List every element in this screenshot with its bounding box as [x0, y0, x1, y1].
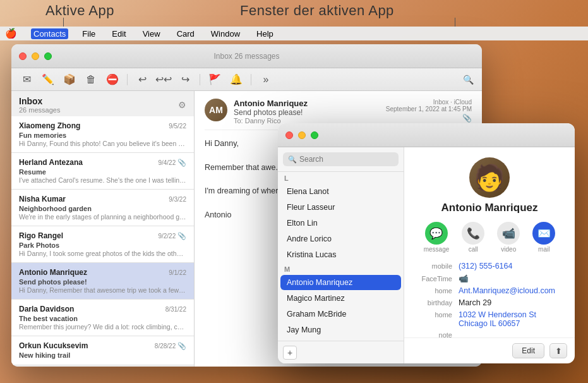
section-label-l: L: [278, 172, 404, 183]
info-row-facetime: FaceTime 📹: [414, 274, 565, 283]
contacts-body: 🔍 L Elena Lanot Fleur Lasseur Elton Lin …: [278, 147, 575, 363]
mail-from: Antonio Manriquez: [19, 268, 87, 277]
email-meta-right: Inbox · iCloud September 1, 2022 at 1:45…: [386, 99, 472, 123]
mail-item[interactable]: Darla Davidson 8/31/22 The best vacation…: [11, 300, 194, 336]
contact-item-selected[interactable]: Antonio Manriquez: [280, 275, 401, 290]
toolbar-new[interactable]: ✏️: [39, 72, 57, 87]
mail-item-selected[interactable]: Antonio Manriquez 9/1/22 Send photos ple…: [11, 263, 194, 300]
sidebar-filter-icon[interactable]: ⚙: [178, 100, 186, 110]
info-value-mobile[interactable]: (312) 555-6164: [459, 262, 512, 271]
contacts-fullscreen-button[interactable]: [311, 131, 318, 139]
menu-edit[interactable]: Edit: [109, 28, 128, 39]
apple-menu[interactable]: 🍎: [5, 28, 17, 39]
mail-preview: Hi Danny, Found this photo! Can you beli…: [19, 140, 186, 147]
contact-item[interactable]: Jay Mung: [280, 322, 401, 337]
avatar-emoji: 🧑: [474, 163, 505, 193]
mail-subject: Resume: [19, 168, 186, 176]
menu-view[interactable]: View: [140, 28, 163, 39]
toolbar-sep-2: [200, 74, 200, 85]
contacts-window: 🔍 L Elena Lanot Fleur Lasseur Elton Lin …: [278, 123, 575, 363]
contacts-titlebar: [278, 123, 575, 147]
menu-card[interactable]: Card: [174, 28, 197, 39]
contact-detail-footer: Edit ⬆: [404, 337, 575, 363]
info-value-facetime[interactable]: 📹: [459, 274, 469, 283]
toolbar-archive[interactable]: 📦: [61, 72, 78, 87]
annotation-aktive-app: Aktive App: [45, 3, 114, 19]
contact-detail-container: 🧑 Antonio Manriquez 💬 message 📞 call 📹: [404, 147, 575, 363]
mail-date: 9/2/22 📎: [158, 232, 186, 240]
toolbar-sep-3: [251, 74, 251, 85]
minimize-button[interactable]: [32, 52, 39, 60]
contacts-minimize-button[interactable]: [298, 131, 306, 139]
mail-date: 9/1/22: [169, 269, 186, 276]
mail-preview: Remember this journey? We did a lot: roc…: [19, 323, 186, 331]
mail-preview: We're in the early stages of planning a …: [19, 213, 186, 221]
mail-item[interactable]: Xiaomeng Zhong 9/5/22 Fun memories Hi Da…: [11, 116, 194, 153]
mail-sidebar: Inbox 26 messages ⚙ Xiaomeng Zhong 9/5/2…: [11, 91, 195, 367]
toolbar-flag[interactable]: 🚩: [206, 72, 224, 87]
contact-item[interactable]: Elton Lin: [280, 216, 401, 231]
toolbar-reply-all[interactable]: ↩↩: [155, 72, 172, 87]
add-contact-button[interactable]: +: [283, 346, 297, 360]
contact-item[interactable]: Graham McBride: [280, 307, 401, 322]
email-subject: Send photos please!: [234, 108, 386, 117]
action-mail[interactable]: ✉️ mail: [532, 222, 555, 253]
info-value-email[interactable]: Ant.Manriquez@icloud.com: [459, 286, 555, 295]
action-call[interactable]: 📞 call: [462, 222, 484, 253]
menu-help[interactable]: Help: [254, 28, 276, 39]
contacts-close-button[interactable]: [285, 131, 293, 139]
toolbar-compose[interactable]: ✉: [18, 72, 35, 87]
mail-item[interactable]: Nisha Kumar 9/3/22 Neighborhood garden W…: [11, 190, 194, 226]
mail-item[interactable]: Rigo Rangel 9/2/22 📎 Park Photos Hi Dann…: [11, 226, 194, 263]
toolbar-junk[interactable]: ⛔: [104, 72, 121, 87]
contact-item[interactable]: Kristina Lucas: [280, 247, 401, 262]
mail-toolbar: ✉ ✏️ 📦 🗑 ⛔ ↩ ↩↩ ↪ 🚩 🔔 » 🔍: [11, 68, 482, 91]
toolbar-reply[interactable]: ↩: [133, 72, 151, 87]
contact-item[interactable]: Magico Martinez: [280, 291, 401, 306]
search-input[interactable]: [299, 155, 393, 164]
mail-from: Rigo Rangel: [19, 231, 63, 240]
edit-button[interactable]: Edit: [512, 343, 544, 358]
info-label-address: home: [414, 311, 452, 319]
mail-list: Xiaomeng Zhong 9/5/22 Fun memories Hi Da…: [11, 116, 194, 367]
toolbar-more[interactable]: »: [257, 72, 275, 87]
contact-item[interactable]: Andre Lorico: [280, 231, 401, 246]
close-button[interactable]: [19, 52, 27, 60]
contact-actions: 💬 message 📞 call 📹 video ✉️ mail: [414, 222, 565, 253]
contact-name: Antonio Manriquez: [441, 202, 538, 214]
menu-contacts[interactable]: Contacts: [31, 28, 68, 39]
info-row-note: note: [414, 331, 565, 337]
toolbar-search[interactable]: 🔍: [460, 72, 476, 87]
contact-item[interactable]: Elena Lanot: [280, 184, 401, 199]
mail-meta: Antonio Manriquez Send photos please! To…: [234, 99, 386, 125]
mail-item[interactable]: Herland Antezana 9/4/22 📎 Resume I've at…: [11, 153, 194, 190]
contacts-list: L Elena Lanot Fleur Lasseur Elton Lin An…: [278, 172, 404, 341]
mail-item[interactable]: Orkun Kucuksevim 8/28/22 📎 New hiking tr…: [11, 336, 194, 365]
info-value-address[interactable]: 1032 W Henderson StChicago IL 60657: [459, 310, 536, 328]
toolbar-notify[interactable]: 🔔: [227, 72, 245, 87]
info-row-address: home 1032 W Henderson StChicago IL 60657: [414, 310, 565, 328]
contact-item[interactable]: Fleur Lasseur: [280, 200, 401, 215]
toolbar-forward[interactable]: ↪: [176, 72, 194, 87]
menu-file[interactable]: File: [80, 28, 98, 39]
mail-from: Herland Antezana: [19, 158, 83, 167]
mail-from: Xiaomeng Zhong: [19, 121, 80, 130]
action-message[interactable]: 💬 message: [424, 222, 450, 253]
mail-preview: Hi Danny, I took some great photos of th…: [19, 250, 186, 257]
sender-name: Antonio Manriquez: [234, 99, 386, 108]
mail-subject: Send photos please!: [19, 278, 186, 286]
sender-avatar: AM: [205, 99, 227, 121]
call-icon: 📞: [462, 222, 484, 245]
mail-subject: Park Photos: [19, 241, 186, 249]
fullscreen-button[interactable]: [44, 52, 52, 60]
share-button[interactable]: ⬆: [549, 343, 567, 358]
sidebar-header: Inbox 26 messages ⚙: [11, 91, 194, 116]
info-row-mobile: mobile (312) 555-6164: [414, 262, 565, 271]
toolbar-trash[interactable]: 🗑: [82, 72, 100, 87]
mail-preview: I've attached Carol's resume. She's the …: [19, 176, 186, 184]
section-label-m: M: [278, 263, 404, 274]
toolbar-sep-1: [127, 74, 128, 85]
menu-window[interactable]: Window: [208, 28, 243, 39]
action-video-label: video: [501, 246, 516, 253]
action-video[interactable]: 📹 video: [497, 222, 520, 253]
